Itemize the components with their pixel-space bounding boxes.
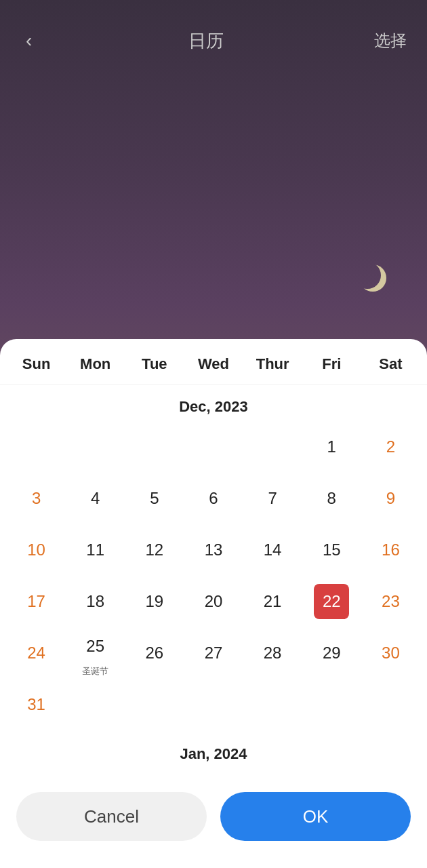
day-cell [184, 680, 243, 729]
day-number: 13 [196, 532, 231, 568]
day-cell[interactable]: 5 [125, 474, 184, 523]
day-number: 31 [19, 687, 54, 722]
day-number: 22 [314, 584, 349, 619]
day-cell[interactable]: 15 [302, 526, 361, 574]
day-cell [361, 680, 420, 729]
day-number: 14 [255, 532, 290, 568]
day-cell [125, 422, 184, 471]
week-row: 31 [7, 680, 420, 729]
day-number: 16 [373, 532, 408, 568]
bottom-buttons: Cancel OK [0, 781, 427, 868]
day-cell[interactable]: 20 [184, 577, 243, 626]
day-number [314, 687, 349, 722]
top-bar: ‹ 日历 选择 [0, 0, 427, 68]
day-cell [184, 422, 243, 471]
day-cell[interactable]: 19 [125, 577, 184, 626]
day-number: 17 [19, 584, 54, 619]
page-title: 日历 [188, 29, 224, 53]
day-number [196, 429, 231, 465]
day-number: 25 [78, 629, 113, 664]
day-number: 27 [196, 635, 231, 671]
day-cell[interactable]: 9 [361, 474, 420, 523]
day-number: 6 [196, 481, 231, 516]
day-number: 5 [137, 481, 172, 516]
day-cell [7, 422, 66, 471]
day-cell[interactable]: 23 [361, 577, 420, 626]
day-number: 8 [314, 481, 349, 516]
day-cell[interactable]: 21 [243, 577, 302, 626]
day-header-wed: Wed [184, 355, 243, 373]
week-row: 3456789 [7, 474, 420, 523]
day-number: 24 [19, 635, 54, 671]
day-cell[interactable]: 1 [302, 422, 361, 471]
day-cell[interactable]: 6 [184, 474, 243, 523]
day-number: 20 [196, 584, 231, 619]
day-number: 18 [78, 584, 113, 619]
day-subtitle: 圣诞节 [82, 665, 108, 677]
day-number: 26 [137, 635, 172, 671]
day-cell[interactable]: 13 [184, 526, 243, 574]
day-number: 29 [314, 635, 349, 671]
day-number: 7 [255, 481, 290, 516]
jan-month-label: Jan, 2024 [7, 732, 420, 770]
day-number: 3 [19, 481, 54, 516]
day-number [255, 687, 290, 722]
day-cell [243, 422, 302, 471]
day-cell[interactable]: 25圣诞节 [66, 629, 125, 677]
day-cell [125, 680, 184, 729]
day-cell[interactable]: 17 [7, 577, 66, 626]
calendar-sheet: SunMonTueWedThurFriSat Dec, 2023 1234567… [0, 339, 427, 868]
day-cell[interactable]: 12 [125, 526, 184, 574]
day-cell[interactable]: 4 [66, 474, 125, 523]
day-cell[interactable]: 18 [66, 577, 125, 626]
week-row: 12 [7, 422, 420, 471]
day-header-sat: Sat [361, 355, 420, 373]
week-row: 2425圣诞节2627282930 [7, 629, 420, 677]
day-cell[interactable]: 29 [302, 629, 361, 677]
day-cell[interactable]: 7 [243, 474, 302, 523]
select-button[interactable]: 选择 [374, 30, 407, 52]
day-number [255, 429, 290, 465]
day-header-fri: Fri [302, 355, 361, 373]
day-cell[interactable]: 11 [66, 526, 125, 574]
day-number [78, 429, 113, 465]
day-number: 19 [137, 584, 172, 619]
day-cell [66, 680, 125, 729]
day-number [19, 429, 54, 465]
day-number [137, 429, 172, 465]
day-number: 30 [373, 635, 408, 671]
day-number: 9 [373, 481, 408, 516]
day-cell[interactable]: 30 [361, 629, 420, 677]
day-number: 4 [78, 481, 113, 516]
day-header-sun: Sun [7, 355, 66, 373]
day-cell[interactable]: 26 [125, 629, 184, 677]
day-cell[interactable]: 2 [361, 422, 420, 471]
week-row: 17181920212223 [7, 577, 420, 626]
day-cell[interactable]: 22 [302, 577, 361, 626]
day-header-tue: Tue [125, 355, 184, 373]
cancel-button[interactable]: Cancel [16, 792, 207, 841]
day-cell[interactable]: 3 [7, 474, 66, 523]
day-cell[interactable]: 10 [7, 526, 66, 574]
day-cell[interactable]: 27 [184, 629, 243, 677]
day-number: 23 [373, 584, 408, 619]
day-number: 10 [19, 532, 54, 568]
moon-icon [359, 264, 386, 292]
day-number [196, 687, 231, 722]
day-number [78, 687, 113, 722]
ok-button[interactable]: OK [220, 792, 411, 841]
dec-month-label: Dec, 2023 [7, 384, 420, 422]
back-button[interactable]: ‹ [20, 26, 37, 56]
day-cell [302, 680, 361, 729]
day-cell[interactable]: 24 [7, 629, 66, 677]
day-cell[interactable]: 31 [7, 680, 66, 729]
day-number: 12 [137, 532, 172, 568]
day-number: 28 [255, 635, 290, 671]
calendar-scroll[interactable]: Dec, 2023 123456789101112131415161718192… [0, 384, 427, 781]
day-cell[interactable]: 14 [243, 526, 302, 574]
day-cell[interactable]: 8 [302, 474, 361, 523]
day-cell[interactable]: 16 [361, 526, 420, 574]
day-cell[interactable]: 28 [243, 629, 302, 677]
day-header-row: SunMonTueWedThurFriSat [0, 339, 427, 384]
day-number [137, 687, 172, 722]
